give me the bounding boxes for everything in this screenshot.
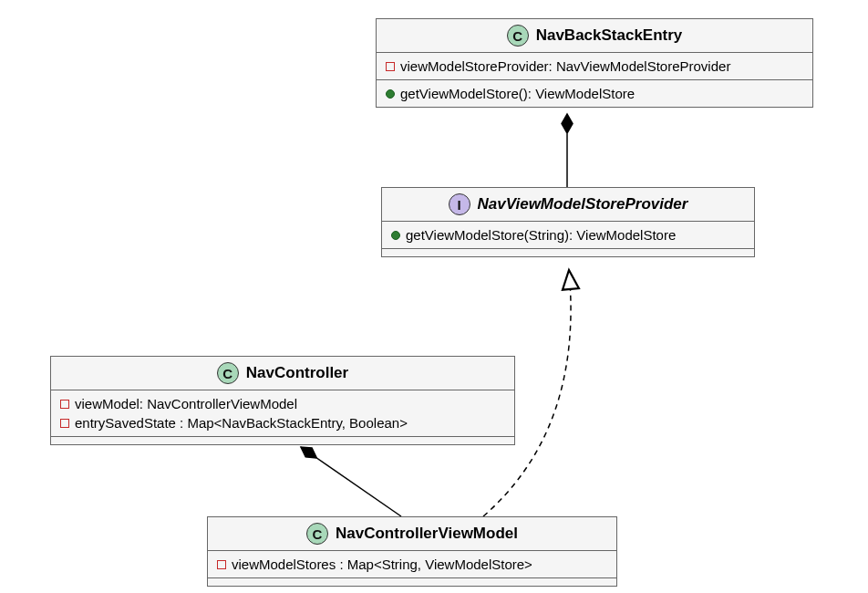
visibility-public-icon [391,231,400,240]
class-header: I NavViewModelStoreProvider [382,188,754,222]
attribute-text: viewModel: NavControllerViewModel [75,396,297,411]
attribute-text: entrySavedState : Map<NavBackStackEntry,… [75,415,408,431]
class-header: C NavControllerViewModel [208,517,616,551]
class-nav-back-stack-entry: C NavBackStackEntry viewModelStoreProvid… [376,18,813,108]
empty-section [208,578,616,586]
visibility-private-icon [217,560,226,569]
attribute-row: viewModel: NavControllerViewModel [51,394,514,413]
visibility-private-icon [60,419,69,428]
composition-viewmodel-to-controller [301,447,401,516]
attribute-row: viewModelStoreProvider: NavViewModelStor… [377,57,812,76]
attributes-section: viewModelStoreProvider: NavViewModelStor… [377,53,812,80]
class-stereotype-icon: C [306,523,328,545]
class-name-label: NavBackStackEntry [536,26,683,45]
empty-section [51,437,514,444]
class-stereotype-icon: C [217,362,239,384]
class-nav-controller: C NavController viewModel: NavController… [50,356,515,445]
class-stereotype-icon: C [507,25,529,47]
interface-stereotype-icon: I [449,193,470,215]
class-name-label: NavController [246,364,348,382]
operation-text: getViewModelStore(String): ViewModelStor… [406,227,676,243]
attributes-section: viewModel: NavControllerViewModel entryS… [51,390,514,437]
class-name-label: NavViewModelStoreProvider [478,195,688,213]
attribute-row: viewModelStores : Map<String, ViewModelS… [208,555,616,574]
class-name-label: NavControllerViewModel [336,525,518,543]
class-header: C NavBackStackEntry [377,19,812,53]
class-header: C NavController [51,357,514,390]
empty-section [382,249,754,256]
attribute-text: viewModelStores : Map<String, ViewModelS… [232,557,532,572]
operation-row: getViewModelStore(String): ViewModelStor… [382,225,754,244]
operation-row: getViewModelStore(): ViewModelStore [377,84,812,103]
class-nav-controller-view-model: C NavControllerViewModel viewModelStores… [207,516,617,587]
class-nav-view-model-store-provider: I NavViewModelStoreProvider getViewModel… [381,187,755,257]
operations-section: getViewModelStore(String): ViewModelStor… [382,222,754,249]
visibility-private-icon [386,62,395,71]
operation-text: getViewModelStore(): ViewModelStore [400,86,635,101]
attribute-row: entrySavedState : Map<NavBackStackEntry,… [51,413,514,432]
visibility-public-icon [386,89,395,99]
attributes-section: viewModelStores : Map<String, ViewModelS… [208,551,616,578]
visibility-private-icon [60,400,69,409]
operations-section: getViewModelStore(): ViewModelStore [377,80,812,107]
attribute-text: viewModelStoreProvider: NavViewModelStor… [400,58,730,74]
